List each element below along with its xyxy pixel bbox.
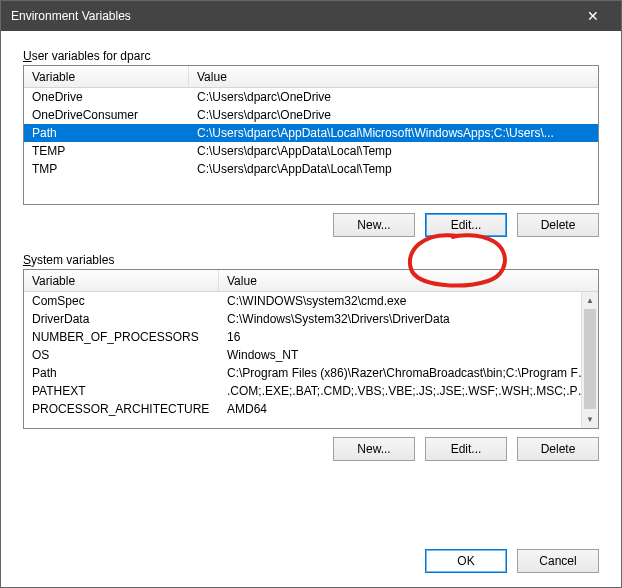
user-new-button[interactable]: New... (333, 213, 415, 237)
col-value[interactable]: Value (189, 66, 598, 87)
env-vars-dialog: Environment Variables ✕ User variables f… (0, 0, 622, 588)
table-row[interactable]: TMP C:\Users\dparc\AppData\Local\Temp (24, 160, 598, 178)
system-delete-button[interactable]: Delete (517, 437, 599, 461)
cancel-button[interactable]: Cancel (517, 549, 599, 573)
titlebar-title: Environment Variables (11, 9, 573, 23)
user-buttons: New... Edit... Delete (23, 213, 599, 237)
ok-button[interactable]: OK (425, 549, 507, 573)
table-row[interactable]: TEMP C:\Users\dparc\AppData\Local\Temp (24, 142, 598, 160)
user-edit-button[interactable]: Edit... (425, 213, 507, 237)
table-row[interactable]: OS Windows_NT (24, 346, 598, 364)
user-vars-list[interactable]: Variable Value OneDrive C:\Users\dparc\O… (23, 65, 599, 205)
user-delete-button[interactable]: Delete (517, 213, 599, 237)
table-row[interactable]: DriverData C:\Windows\System32\Drivers\D… (24, 310, 598, 328)
user-vars-label: User variables for dparc (23, 49, 599, 63)
table-row[interactable]: ComSpec C:\WINDOWS\system32\cmd.exe (24, 292, 598, 310)
scroll-thumb[interactable] (584, 309, 596, 409)
list-header[interactable]: Variable Value (24, 270, 598, 292)
col-value[interactable]: Value (219, 270, 598, 291)
table-row[interactable]: PATHEXT .COM;.EXE;.BAT;.CMD;.VBS;.VBE;.J… (24, 382, 598, 400)
table-row[interactable]: Path C:\Program Files (x86)\Razer\Chroma… (24, 364, 598, 382)
system-vars-list[interactable]: Variable Value ComSpec C:\WINDOWS\system… (23, 269, 599, 429)
dialog-content: User variables for dparc Variable Value … (1, 31, 621, 539)
dialog-buttons: OK Cancel (1, 539, 621, 587)
table-row[interactable]: OneDriveConsumer C:\Users\dparc\OneDrive (24, 106, 598, 124)
scroll-track[interactable] (582, 309, 598, 411)
close-icon[interactable]: ✕ (573, 1, 613, 31)
system-new-button[interactable]: New... (333, 437, 415, 461)
titlebar[interactable]: Environment Variables ✕ (1, 1, 621, 31)
table-row[interactable]: NUMBER_OF_PROCESSORS 16 (24, 328, 598, 346)
scroll-up-icon[interactable]: ▲ (582, 292, 598, 309)
scrollbar[interactable]: ▲ ▼ (581, 292, 598, 428)
table-row[interactable]: PROCESSOR_ARCHITECTURE AMD64 (24, 400, 598, 418)
list-header[interactable]: Variable Value (24, 66, 598, 88)
col-variable[interactable]: Variable (24, 66, 189, 87)
col-variable[interactable]: Variable (24, 270, 219, 291)
system-buttons: New... Edit... Delete (23, 437, 599, 461)
table-row[interactable]: OneDrive C:\Users\dparc\OneDrive (24, 88, 598, 106)
table-row-selected[interactable]: Path C:\Users\dparc\AppData\Local\Micros… (24, 124, 598, 142)
scroll-down-icon[interactable]: ▼ (582, 411, 598, 428)
system-edit-button[interactable]: Edit... (425, 437, 507, 461)
system-vars-label: System variables (23, 253, 599, 267)
